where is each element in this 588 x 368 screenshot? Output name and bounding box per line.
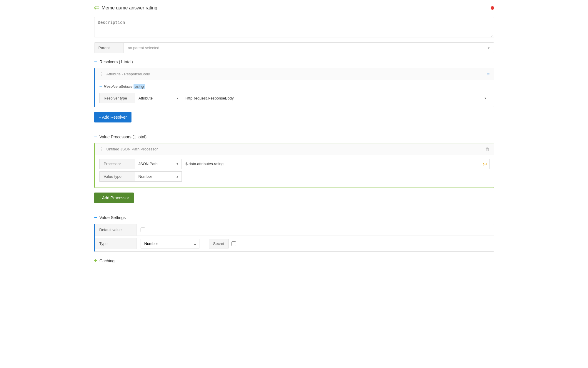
resolve-highlight: using: [134, 84, 145, 89]
processor-card-body: Processor JSON Path 🏷 Value type: [95, 155, 494, 188]
processor-card: ⋮ Untitled JSON Path Processor 🗑 Process…: [94, 143, 494, 188]
processor-type-row: Processor JSON Path 🏷: [99, 159, 490, 169]
type-content: Number Secret: [136, 236, 494, 251]
processor-type-select[interactable]: JSON Path: [135, 159, 182, 169]
type-select[interactable]: Number: [141, 239, 199, 248]
resolvers-title: Resolvers (1 total): [99, 59, 133, 64]
caching-expand-btn[interactable]: +: [94, 258, 97, 264]
processor-card-title: Untitled JSON Path Processor: [106, 147, 158, 151]
caching-title: Caching: [99, 258, 114, 263]
parent-select[interactable]: no parent selected: [124, 43, 164, 53]
resolver-card-body: − Resolve attribute using Resolver type …: [95, 80, 494, 107]
value-processors-title: Value Processors (1 total): [99, 135, 146, 139]
resolver-source-select[interactable]: HttpRequest.ResponseBody: [182, 93, 490, 103]
default-value-label: Default value: [95, 224, 136, 236]
processor-path-input-wrapper: 🏷: [182, 159, 490, 169]
description-textarea[interactable]: [94, 17, 494, 37]
secret-group: Secret: [209, 239, 236, 248]
value-settings-section: − Value Settings Default value Type Numb…: [94, 215, 494, 252]
parent-label: Parent: [94, 43, 124, 53]
type-label: Type: [95, 238, 136, 249]
value-type-select-wrapper: Number: [135, 171, 182, 182]
resolver-type-row: Resolver type Attribute HttpRequest.Resp…: [99, 93, 490, 103]
processor-delete-icon[interactable]: 🗑: [485, 147, 490, 152]
value-settings-header: − Value Settings: [94, 215, 494, 220]
type-select-wrapper: Number: [141, 239, 199, 248]
add-resolver-button[interactable]: + Add Resolver: [94, 112, 131, 122]
value-processors-header: − Value Processors (1 total): [94, 134, 494, 140]
processor-drag-handle[interactable]: ⋮: [99, 146, 104, 152]
value-processors-collapse-btn[interactable]: −: [94, 134, 97, 140]
resolvers-section: − Resolvers (1 total) ⋮ Attribute - Resp…: [94, 59, 494, 128]
value-type-label: Value type: [99, 171, 135, 182]
resolver-type-label: Resolver type: [99, 93, 135, 103]
default-value-row: Default value: [95, 224, 494, 236]
type-row: Type Number Secret: [95, 236, 494, 251]
tag-icon: 🏷: [94, 5, 99, 11]
resolver-card: ⋮ Attribute - ResponseBody ≡ − Resolve a…: [94, 68, 494, 107]
resolver-card-header-left: ⋮ Attribute - ResponseBody: [99, 71, 150, 77]
title-row: 🏷 Meme game answer rating: [94, 5, 494, 11]
processor-select-wrapper: JSON Path: [135, 159, 182, 169]
parent-select-wrapper: no parent selected: [124, 43, 494, 53]
processor-label: Processor: [99, 159, 135, 169]
processor-path-input[interactable]: [182, 159, 490, 169]
resolvers-header: − Resolvers (1 total): [94, 59, 494, 64]
resolver-card-title: Attribute - ResponseBody: [106, 72, 150, 76]
parent-row: Parent no parent selected: [94, 42, 494, 53]
resolver-card-header: ⋮ Attribute - ResponseBody ≡: [95, 68, 494, 80]
resolver-type-select-wrapper: Attribute: [135, 93, 182, 103]
resolve-row: − Resolve attribute using: [99, 84, 490, 89]
default-value-content: [136, 225, 494, 235]
resolver-source-select-wrapper: HttpRequest.ResponseBody: [182, 93, 490, 103]
resolver-type-select[interactable]: Attribute: [135, 93, 182, 103]
resolve-minus[interactable]: −: [99, 84, 102, 89]
value-settings-collapse-btn[interactable]: −: [94, 215, 97, 220]
secret-checkbox[interactable]: [231, 241, 236, 246]
resolvers-collapse-btn[interactable]: −: [94, 59, 97, 64]
default-value-checkbox[interactable]: [141, 228, 145, 232]
add-processor-button[interactable]: + Add Processor: [94, 193, 134, 203]
value-processors-section: − Value Processors (1 total) ⋮ Untitled …: [94, 134, 494, 209]
processor-header-left: ⋮ Untitled JSON Path Processor: [99, 146, 158, 152]
value-type-select[interactable]: Number: [135, 171, 182, 182]
resolver-menu-icon[interactable]: ≡: [487, 72, 489, 77]
value-settings-card: Default value Type Number Secret: [94, 224, 494, 252]
path-tag-icon: 🏷: [483, 162, 487, 166]
secret-label: Secret: [209, 239, 229, 248]
value-type-row: Value type Number: [99, 171, 490, 182]
page-title: Meme game answer rating: [102, 5, 157, 11]
drag-handle[interactable]: ⋮: [99, 71, 104, 77]
resolve-text: Resolve attribute using: [104, 84, 145, 89]
value-settings-title: Value Settings: [99, 215, 126, 220]
processor-card-header: ⋮ Untitled JSON Path Processor 🗑: [95, 143, 494, 155]
caching-section: + Caching: [94, 258, 494, 264]
status-indicator: [491, 6, 494, 10]
title-left: 🏷 Meme game answer rating: [94, 5, 157, 11]
